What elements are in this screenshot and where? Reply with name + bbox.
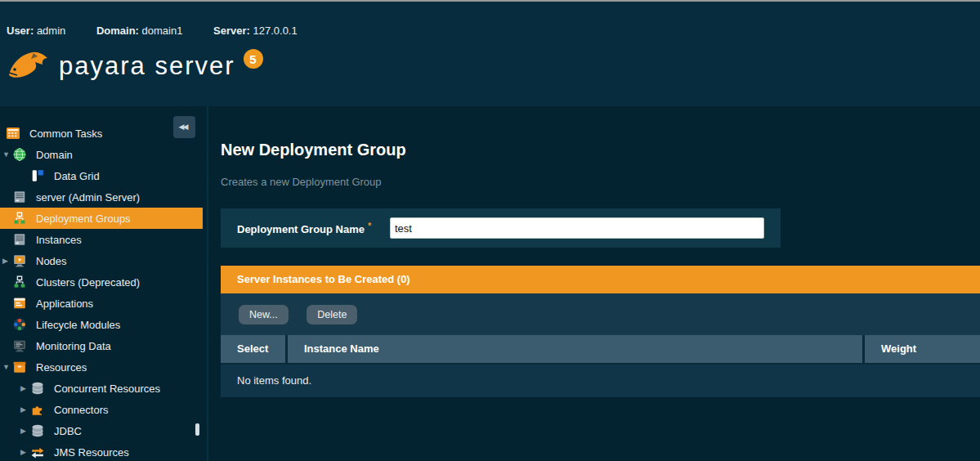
domain-label: Domain: [96, 25, 139, 37]
chevron-collapsed-icon[interactable]: ▶ [20, 448, 31, 456]
sidebar-item-jms-resources[interactable]: ▶ JMS Resources [0, 441, 203, 461]
sidebar-item-common-tasks[interactable]: Common Tasks [0, 123, 203, 144]
chevron-collapsed-icon[interactable]: ▶ [20, 384, 31, 392]
delete-button[interactable]: Delete [307, 305, 357, 324]
server-label: Server: [213, 25, 250, 37]
user-label: User: [7, 25, 34, 37]
main-content: New Deployment Group Creates a new Deplo… [208, 106, 980, 461]
sidebar-item-jdbc[interactable]: ▶ JDBC [0, 420, 203, 441]
connectors-puzzle-icon [31, 403, 45, 416]
deployment-groups-icon [13, 212, 27, 225]
sidebar-item-nodes[interactable]: ▶ Nodes [0, 250, 203, 271]
payara-fish-icon [7, 47, 49, 85]
jms-swap-arrows-icon [31, 445, 45, 459]
sidebar-item-instances[interactable]: Instances [0, 229, 203, 250]
server-value: 127.0.0.1 [253, 25, 297, 37]
applications-icon [13, 297, 27, 310]
sidebar-item-applications[interactable]: Applications [0, 293, 203, 314]
sidebar-item-server-admin[interactable]: server (Admin Server) [0, 186, 203, 208]
page-title: New Deployment Group [221, 141, 980, 159]
sidebar-item-deployment-groups[interactable]: Deployment Groups [0, 208, 203, 229]
empty-table-message: No items found. [221, 365, 980, 397]
instances-table: Select Instance Name Weight No items fou… [221, 335, 980, 397]
database-icon [31, 382, 45, 395]
database-icon [31, 424, 45, 437]
chevron-collapsed-icon[interactable]: ▶ [20, 427, 31, 435]
column-header-weight: Weight [865, 335, 980, 363]
domain-info: Domain: domain1 [96, 25, 183, 37]
deployment-group-name-label: Deployment Group Name* [221, 221, 390, 235]
server-info: Server: 127.0.0.1 [213, 25, 298, 37]
sidebar-item-lifecycle-modules[interactable]: Lifecycle Modules [0, 314, 203, 335]
monitoring-data-icon [13, 339, 27, 352]
deployment-group-name-input[interactable] [390, 217, 764, 239]
chevron-collapsed-icon[interactable]: ▶ [2, 257, 13, 265]
brand: payara server 5 [7, 47, 263, 85]
domain-value: domain1 [142, 25, 183, 37]
sidebar-item-resources[interactable]: ▼ Resources [0, 356, 203, 378]
server-instances-section-header: Server Instances to Be Created (0) [221, 266, 980, 293]
sidebar-tree: Common Tasks ▼ Domain Data Grid [0, 106, 207, 461]
required-asterisk: * [368, 221, 371, 230]
chevron-expanded-icon[interactable]: ▼ [2, 363, 13, 371]
sidebar: ◀◀ Common Tasks ▼ Domain [0, 106, 208, 461]
server-icon [13, 190, 27, 204]
sidebar-item-connectors[interactable]: ▶ Connectors [0, 399, 203, 420]
table-toolbar: New... Delete [221, 305, 980, 324]
resources-box-icon [13, 360, 27, 374]
new-button[interactable]: New... [239, 305, 289, 324]
globe-icon [13, 148, 27, 161]
common-tasks-icon [7, 127, 20, 140]
data-grid-icon [31, 169, 45, 182]
brand-name: payara server [59, 51, 235, 81]
chevron-expanded-icon[interactable]: ▼ [2, 150, 13, 159]
sidebar-item-concurrent-resources[interactable]: ▶ Concurrent Resources [0, 378, 203, 399]
column-header-instance-name: Instance Name [288, 335, 862, 363]
deployment-group-name-row: Deployment Group Name* [221, 208, 781, 248]
clusters-icon [13, 275, 27, 289]
page-subtitle: Creates a new Deployment Group [221, 176, 980, 188]
version-badge: 5 [244, 49, 263, 69]
sidebar-item-data-grid[interactable]: Data Grid [0, 165, 203, 186]
lifecycle-modules-icon [13, 318, 27, 331]
sidebar-item-monitoring-data[interactable]: Monitoring Data [0, 335, 203, 356]
session-info-bar: User: admin Domain: domain1 Server: 127.… [7, 25, 325, 37]
server-instances-section: New... Delete Select Instance Name Weigh… [221, 293, 980, 397]
sidebar-collapse-button[interactable]: ◀◀ [173, 116, 195, 138]
header: User: admin Domain: domain1 Server: 127.… [0, 2, 980, 106]
column-header-select: Select [221, 335, 285, 363]
sidebar-scrollbar-thumb[interactable] [195, 423, 199, 436]
user-info: User: admin [7, 25, 65, 37]
sidebar-item-clusters[interactable]: Clusters (Deprecated) [0, 271, 203, 293]
sidebar-item-domain[interactable]: ▼ Domain [0, 144, 203, 165]
chevron-collapsed-icon[interactable]: ▶ [20, 405, 31, 414]
table-header-row: Select Instance Name Weight [221, 335, 980, 363]
nodes-monitor-icon [13, 254, 27, 267]
collapse-left-icon: ◀◀ [179, 123, 187, 131]
server-icon [13, 233, 27, 246]
user-value: admin [37, 25, 65, 37]
